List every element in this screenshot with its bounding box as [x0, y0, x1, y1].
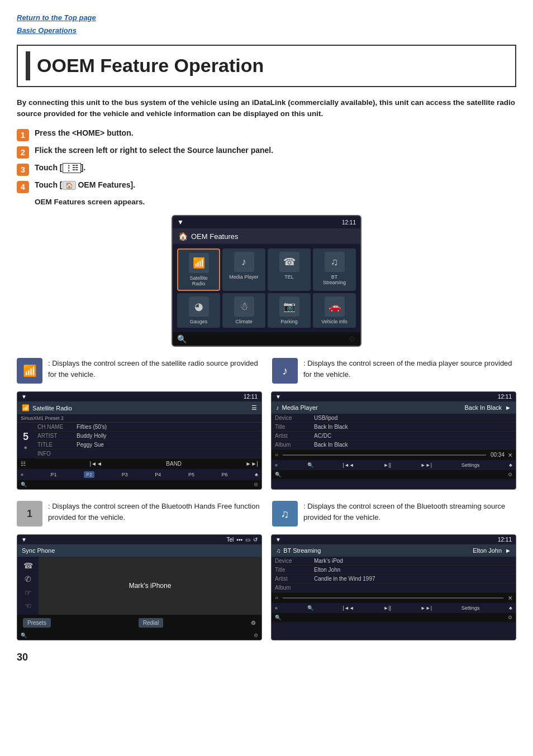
sat-p3[interactable]: P3	[122, 472, 128, 477]
media-prev-btn[interactable]: |◄◄	[343, 462, 354, 468]
sat-prev-icon[interactable]: |◄◄	[89, 461, 102, 467]
satellite-label: SatelliteRadio	[189, 275, 207, 286]
screen-icon-bt[interactable]: ♫ BTStreaming	[313, 248, 356, 291]
phone-title-text: Sync Phone	[22, 547, 55, 554]
breadcrumb-link-top[interactable]: Return to the Top page	[17, 13, 96, 22]
media-album-row: Album Back In Black	[272, 441, 516, 449]
phone-dialer-icon[interactable]: ✆	[25, 575, 31, 583]
oem-screen-container: ▼ 12:11 🏠 OEM Features 📶 SatelliteRadio …	[17, 215, 516, 347]
tel-label: TEL	[284, 274, 294, 280]
bt-repeat-icon[interactable]: ○	[275, 595, 278, 601]
desc-row-2: 1 : Displays the control screen of the B…	[17, 501, 516, 527]
media-play-icon[interactable]: ►	[505, 404, 511, 411]
screen-settings-icon[interactable]: ⚙	[349, 334, 356, 343]
sat-p2[interactable]: P2	[84, 471, 94, 478]
bt-back-btn[interactable]: «	[275, 605, 278, 611]
media-title-row2: Title Back In Black	[272, 423, 516, 432]
screen-icon-climate[interactable]: ☃ Climate	[222, 293, 265, 328]
bt-search-icon[interactable]: 🔍	[307, 605, 313, 611]
screen-icons-grid: 📶 SatelliteRadio ♪ Media Player ☎ TEL ♫ …	[173, 244, 360, 332]
media-next-btn[interactable]: ►►|	[421, 462, 432, 468]
media-home-icon[interactable]: 🔍	[275, 472, 281, 477]
screen-icon-gauges[interactable]: ◕ Gauges	[177, 293, 220, 328]
phone-redial-btn[interactable]: Redial	[139, 618, 163, 628]
screen-icon-satellite[interactable]: 📶 SatelliteRadio	[177, 248, 220, 291]
sat-back-icon[interactable]: «	[21, 472, 23, 477]
sat-p6[interactable]: P6	[221, 472, 227, 477]
breadcrumb-link-basic[interactable]: Basic Operations	[17, 26, 77, 35]
phone-settings-icon[interactable]: ⚙	[251, 620, 256, 626]
screen-icon-parking[interactable]: 📷 Parking	[268, 293, 311, 328]
screen-icon-media[interactable]: ♪ Media Player	[222, 248, 265, 291]
media-settings-btn[interactable]: Settings	[461, 462, 480, 468]
bt-gear-icon[interactable]: ⚙	[508, 615, 512, 620]
sat-data: CH NAME Fifties (50's) ARTIST Buddy Holl…	[34, 423, 261, 458]
phone-footer: 🔍 ⚙	[17, 631, 261, 640]
media-label: Media Player	[229, 274, 259, 280]
title-bar-decoration	[26, 51, 30, 80]
sat-p1[interactable]: P1	[51, 472, 57, 477]
bt-title-row: ♫ BT Streaming Elton John ►	[272, 544, 516, 557]
step-3-text: Touch [⋮☷].	[35, 163, 85, 172]
bt-next-btn[interactable]: ►►|	[421, 605, 432, 611]
phone-presets-btn[interactable]: Presets	[23, 618, 51, 628]
desc-row-1: 📶 : Displays the control screen of the s…	[17, 358, 516, 384]
sat-settings-icon[interactable]: ♣	[255, 472, 258, 477]
media-device-row: Device USB/ipod	[272, 414, 516, 423]
phone-gear-icon[interactable]: ⚙	[254, 633, 258, 638]
climate-label: Climate	[235, 319, 253, 324]
media-play-pause[interactable]: ►||	[383, 462, 391, 468]
sat-controls[interactable]: ☷ |◄◄ BAND ►►|	[17, 458, 261, 469]
page-number: 30	[17, 652, 516, 663]
sat-p5[interactable]: P5	[188, 472, 194, 477]
phone-tel-icon: Tel	[227, 537, 234, 543]
phone-favorites-icon[interactable]: ☜	[25, 601, 32, 610]
bt-stream-screen: ▼ 12:11 ♫ BT Streaming Elton John ► Devi…	[271, 534, 516, 640]
bt-home-icon[interactable]: 🔍	[275, 615, 281, 620]
page-title-container: OOEM Feature Operation	[17, 45, 516, 87]
media-title-row: ♪ Media Player Back In Black ►	[272, 401, 516, 414]
sat-p4[interactable]: P4	[155, 472, 161, 477]
gauges-icon: ◕	[189, 296, 209, 317]
phone-home-icon[interactable]: 🔍	[21, 633, 27, 638]
sat-grid-icon[interactable]: ☷	[21, 461, 26, 467]
phone-history-icon[interactable]: ☞	[25, 588, 32, 597]
screen-topbar: ▼ 12:11	[173, 216, 360, 228]
bt-play-icon[interactable]: ►	[505, 547, 511, 554]
step-1: 1 Press the <HOME> button.	[17, 128, 516, 141]
media-shuffle-icon[interactable]: ⨯	[508, 452, 512, 458]
screen-icon-vehicle[interactable]: 🚗 Vehicle Info	[313, 293, 356, 328]
media-signal-icon: ▼	[275, 394, 281, 400]
sat-sub-header: SiriusXM1 Preset 2	[17, 414, 261, 423]
bt-shuffle-icon[interactable]: ⨯	[508, 595, 512, 601]
bt-artist-row: Artist Candle in the Wind 1997	[272, 575, 516, 583]
bt-icon2: ♫	[276, 547, 280, 554]
media-back-btn[interactable]: «	[275, 462, 278, 468]
bt-settings-btn[interactable]: Settings	[461, 605, 480, 611]
step-1-text: Press the <HOME> button.	[35, 128, 134, 137]
bt-play-pause[interactable]: ►||	[383, 605, 391, 611]
sat-menu-icon[interactable]: ☰	[251, 404, 257, 412]
sat-gear-icon[interactable]: ⚙	[254, 482, 258, 487]
bt-menu-icon[interactable]: ♣	[509, 605, 512, 611]
screen-home-icon[interactable]: 🔍	[177, 334, 187, 343]
sat-next-icon[interactable]: ►►|	[246, 461, 258, 467]
bt-prev-btn[interactable]: |◄◄	[343, 605, 354, 611]
sat-ch-row: CH NAME Fifties (50's)	[34, 423, 261, 432]
media-time-val: 00:34	[491, 452, 505, 458]
phone-contact-icon[interactable]: ☎	[23, 561, 33, 570]
bt-label: BTStreaming	[323, 274, 346, 285]
media-search-icon[interactable]: 🔍	[307, 462, 313, 468]
sat-home-icon[interactable]: 🔍	[21, 482, 27, 487]
media-repeat-icon[interactable]: ○	[275, 452, 278, 458]
media-gear-icon[interactable]: ⚙	[508, 472, 512, 477]
media-controls[interactable]: « 🔍 |◄◄ ►|| ►►| Settings ♣	[272, 460, 516, 470]
desc-satellite: 📶 : Displays the control screen of the s…	[17, 358, 261, 384]
step-2-text: Flick the screen left or right to select…	[35, 146, 273, 155]
sat-presets: « P1 P2 P3 P4 P5 P6 ♣	[17, 469, 261, 480]
bt-controls[interactable]: « 🔍 |◄◄ ►|| ►►| Settings ♣	[272, 603, 516, 613]
media-bottom: 🔍 ⚙	[272, 470, 516, 479]
phone-bars-icon: ▪▪▪	[236, 537, 242, 543]
screen-icon-tel[interactable]: ☎ TEL	[268, 248, 311, 291]
media-menu-icon[interactable]: ♣	[509, 462, 512, 468]
